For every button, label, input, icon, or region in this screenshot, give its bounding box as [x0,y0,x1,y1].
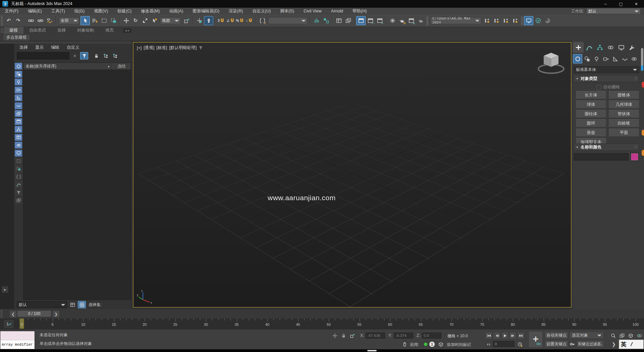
z-coordinate-field[interactable]: 0.0 [422,333,441,339]
toggle-hidden-icon[interactable] [15,166,22,172]
zoom-icon[interactable] [610,332,616,339]
toggle-space-warps-icon[interactable] [15,102,22,109]
spiral-icon[interactable] [543,16,552,25]
undo-icon[interactable]: ↶ [4,16,13,25]
toolbar-extra-icon-1[interactable] [482,16,492,25]
toolbar-extra-icon-2[interactable] [492,16,501,25]
render-setup-icon[interactable] [397,16,407,25]
ribbon-tab-建模[interactable]: 建模 [4,27,23,34]
expand-tree-icon[interactable] [102,52,110,59]
select-and-place-icon[interactable] [150,16,159,25]
go-to-end-button[interactable] [517,332,525,339]
menu-item-12[interactable]: 脚本(S) [275,8,299,14]
cat-lights-icon[interactable] [592,54,601,63]
collapse-tree-icon[interactable] [111,52,119,59]
reference-coordinate-dropdown[interactable]: 视图 [160,17,181,24]
curve-editor-icon[interactable] [366,16,375,25]
viewport-menu-pov[interactable]: [透视] [144,45,154,51]
frame-spinner-icon[interactable] [485,341,492,348]
primitive-category-dropdown[interactable]: 标准基本体 [574,66,639,73]
menu-item-13[interactable]: Civil View [299,8,326,14]
toggle-lights-icon[interactable] [15,79,22,85]
ribbon-minimize-button[interactable]: ● ▾ [123,28,131,33]
next-frame-button[interactable] [509,332,517,339]
ribbon-tab-填充[interactable]: 填充 [100,27,119,34]
select-object-icon[interactable] [80,16,90,25]
set-key-big-button[interactable]: + [529,331,543,348]
toolbar-extra-icon-4[interactable] [511,16,520,25]
menu-item-2[interactable]: 编辑(E) [23,8,47,14]
select-and-rotate-icon[interactable]: ↻ [131,16,140,25]
menu-item-10[interactable]: 渲染(R) [224,8,248,14]
menu-item-8[interactable]: 动画(A) [164,8,188,14]
workspace-dropdown[interactable]: 默认 [586,8,641,14]
auto-key-button[interactable]: 自动关键点 [545,332,568,339]
select-and-manipulate-icon[interactable] [195,16,204,25]
ribbon-tab-对象绘制[interactable]: 对象绘制 [71,27,100,34]
tab-motion-icon[interactable] [605,42,616,53]
toggle-cameras-icon[interactable] [15,87,22,93]
create-button-圆环[interactable]: 圆环 [576,119,606,127]
create-button-球体[interactable]: 球体 [576,100,606,108]
key-filters-key-icon[interactable] [569,341,576,347]
select-and-scale-icon[interactable] [140,16,150,25]
percent-snap-icon[interactable]: % [235,16,245,25]
previous-frame-button[interactable] [493,332,500,339]
zoom-extents-icon[interactable] [627,332,634,339]
expand-panel-arrow-icon[interactable]: ▶ [2,287,8,293]
toggle-xrefs-icon[interactable] [15,118,22,125]
named-selection-sets-dropdown[interactable] [268,17,308,24]
toggle-scene-explorer-icon[interactable] [334,16,343,25]
tab-display-icon[interactable] [616,42,627,53]
view-cube[interactable] [536,47,566,78]
toggle-layer-explorer-icon[interactable] [343,16,353,25]
bind-to-space-warp-icon[interactable] [45,16,54,25]
toggle-spline-icon[interactable] [15,181,22,188]
scrollbar-thumb[interactable] [641,48,643,65]
toggle-bones-icon[interactable] [15,126,22,133]
next-frame-arrow-icon[interactable]: ❯ [52,310,60,318]
toggle-filter-icon[interactable] [15,189,22,196]
orbit-icon[interactable] [636,332,643,339]
play-button[interactable] [501,332,508,339]
window-crossing-icon[interactable] [109,16,118,25]
prev-frame-arrow-icon[interactable]: ❮ [9,310,17,318]
menu-item-7[interactable]: 修改器(M) [136,8,164,14]
ime-indicator[interactable]: 英 [619,340,644,349]
redo-icon[interactable]: ↷ [13,16,23,25]
material-editor-icon[interactable] [388,16,397,25]
cat-systems-icon[interactable] [629,54,639,63]
menu-item-6[interactable]: 创建(C) [113,8,136,14]
explorer-menu-选择[interactable]: 选择 [19,45,28,50]
snaps-toggle-3d-icon[interactable]: 3 [217,16,226,25]
create-button-四棱锥[interactable]: 四棱锥 [608,119,639,127]
use-pivot-point-icon[interactable] [182,16,191,25]
name-column-header[interactable]: 名称(按升序排序) [23,63,56,69]
script-row[interactable]: Array modifier [0,340,35,349]
tab-create-icon[interactable] [573,42,584,53]
menu-item-5[interactable]: 视图(V) [89,8,113,14]
time-configuration-icon[interactable] [517,341,523,348]
minimize-button[interactable]: ─ [598,0,613,8]
ribbon-tab-选择[interactable]: 选择 [52,27,71,34]
menu-item-4[interactable]: 组(G) [70,8,90,14]
mouse-icon[interactable] [401,341,408,348]
schematic-view-icon[interactable] [375,16,384,25]
panel-drag-grip[interactable] [0,41,131,44]
rollout-name-color[interactable]: ▼ 名称和颜色 ⠿ [574,143,639,151]
key-filters-button[interactable]: 关键点过滤器.. [577,340,604,348]
menu-item-14[interactable]: Arnold [326,8,348,14]
zoom-region-icon[interactable] [619,332,625,339]
render-production-icon[interactable] [416,16,425,25]
toggle-groups-icon[interactable] [15,110,22,117]
cat-shapes-icon[interactable] [582,54,592,63]
explorer-menu-显示[interactable]: 显示 [35,45,44,50]
panel-scrollbar[interactable] [640,41,644,309]
cat-cameras-icon[interactable] [601,54,610,63]
ribbon-tab-自由形式[interactable]: 自由形式 [23,27,52,34]
menu-item-11[interactable]: 自定义(U) [248,8,275,14]
lock-icon[interactable] [92,52,100,59]
angle-snap-icon[interactable]: ∠ [226,16,235,25]
toggle-containers-icon[interactable] [15,134,22,141]
toggle-particles-icon[interactable] [15,142,22,148]
